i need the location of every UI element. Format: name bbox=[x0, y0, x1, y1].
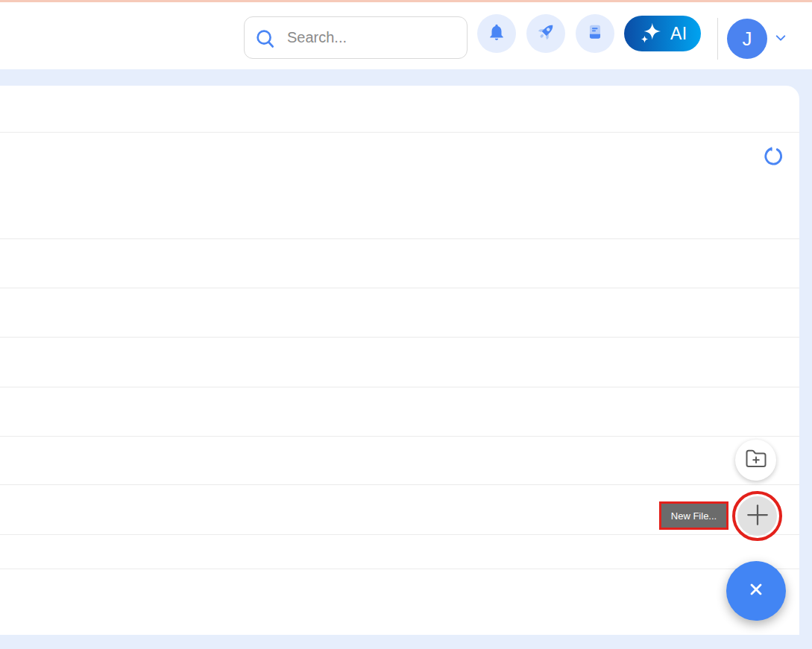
notifications-button[interactable] bbox=[477, 14, 516, 53]
file-row-divider bbox=[0, 387, 799, 387]
header-bar: AI J bbox=[0, 2, 812, 69]
ai-button-label: AI bbox=[670, 24, 687, 44]
bell-icon bbox=[487, 22, 506, 45]
new-file-button[interactable] bbox=[737, 496, 777, 536]
search-icon bbox=[254, 28, 277, 50]
refresh-icon bbox=[762, 145, 784, 167]
chevron-down-icon[interactable] bbox=[774, 33, 787, 43]
file-row-divider bbox=[0, 132, 799, 133]
fab-close-button[interactable] bbox=[726, 561, 786, 621]
plus-icon bbox=[744, 501, 771, 531]
avatar[interactable]: J bbox=[727, 19, 767, 59]
search-input[interactable] bbox=[245, 17, 467, 58]
file-list-panel bbox=[0, 86, 799, 635]
new-folder-button[interactable] bbox=[735, 440, 776, 481]
header-divider bbox=[717, 18, 718, 60]
close-icon bbox=[746, 580, 766, 602]
app-window: AI J New File... bbox=[0, 0, 812, 649]
new-file-tooltip: New File... bbox=[659, 501, 728, 530]
file-row-divider bbox=[0, 569, 799, 569]
ai-assistant-button[interactable]: AI bbox=[624, 16, 701, 51]
folder-plus-icon bbox=[745, 448, 767, 473]
rocket-icon bbox=[535, 21, 557, 46]
file-row-divider bbox=[0, 238, 799, 239]
notebook-icon bbox=[585, 22, 605, 45]
refresh-button[interactable] bbox=[762, 145, 784, 167]
launcher-button[interactable] bbox=[526, 14, 565, 53]
file-row-divider bbox=[0, 436, 799, 437]
search-box[interactable] bbox=[244, 16, 468, 59]
file-row-divider bbox=[0, 534, 799, 535]
sparkles-icon bbox=[639, 21, 661, 46]
guide-button[interactable] bbox=[576, 14, 614, 53]
file-row-divider bbox=[0, 484, 799, 485]
file-row-divider bbox=[0, 288, 799, 288]
file-row-divider bbox=[0, 337, 799, 338]
